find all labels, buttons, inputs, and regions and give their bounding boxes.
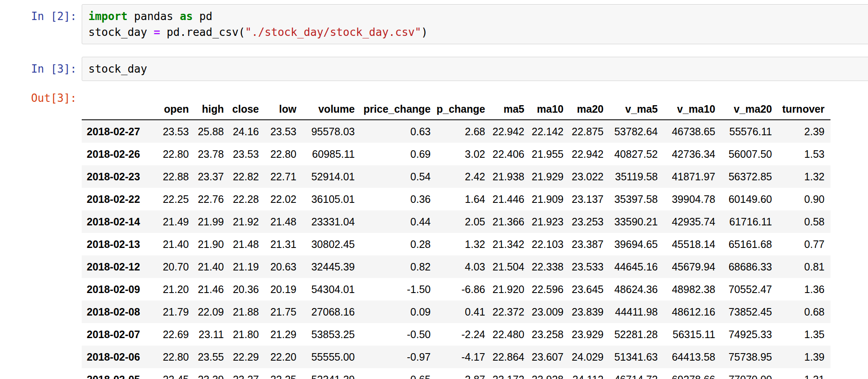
table-cell: 64413.58: [664, 346, 721, 368]
table-row: 2018-02-0821.7922.0921.8821.7527068.160.…: [82, 301, 830, 323]
column-header-ma10: ma10: [530, 99, 569, 120]
table-cell: 21.929: [530, 165, 569, 188]
row-index: 2018-02-14: [82, 210, 159, 233]
table-cell: 35397.58: [610, 188, 664, 210]
table-cell: 56007.50: [721, 143, 778, 165]
table-row: 2018-02-2723.5325.8824.1623.5395578.030.…: [82, 120, 830, 143]
table-cell: 22.372: [491, 301, 530, 323]
table-cell: 65161.68: [721, 233, 778, 255]
table-row: 2018-02-1321.4021.9021.4821.3130802.450.…: [82, 233, 830, 255]
table-cell: 0.90: [778, 188, 830, 210]
table-cell: 22.596: [530, 278, 569, 301]
table-cell: 56315.11: [664, 323, 721, 346]
column-header-turnover: turnover: [778, 99, 830, 120]
row-index: 2018-02-26: [82, 143, 159, 165]
table-cell: 75738.95: [721, 346, 778, 368]
code-input[interactable]: stock_day: [82, 57, 868, 81]
table-cell: 77070.00: [721, 368, 778, 379]
table-cell: 23331.04: [302, 210, 361, 233]
table-cell: 35119.58: [610, 165, 664, 188]
table-cell: 41871.97: [664, 165, 721, 188]
table-cell: 24.112: [569, 368, 610, 379]
table-cell: 20.63: [265, 255, 302, 278]
table-row: 2018-02-2622.8023.7823.5322.8060985.110.…: [82, 143, 830, 165]
table-cell: 23.37: [195, 165, 230, 188]
table-cell: 23.009: [530, 301, 569, 323]
table-cell: 53782.64: [610, 120, 664, 143]
table-cell: 23.39: [195, 368, 230, 379]
column-header-ma20: ma20: [569, 99, 610, 120]
table-cell: 0.41: [437, 301, 491, 323]
table-cell: 21.75: [265, 301, 302, 323]
table-cell: 39904.78: [664, 188, 721, 210]
table-cell: 21.923: [530, 210, 569, 233]
table-cell: 70552.47: [721, 278, 778, 301]
table-cell: 23.253: [569, 210, 610, 233]
column-header-price_change: price_change: [361, 99, 437, 120]
table-cell: 33590.21: [610, 210, 664, 233]
table-cell: 44645.16: [610, 255, 664, 278]
table-cell: 1.32: [437, 233, 491, 255]
row-index: 2018-02-07: [82, 323, 159, 346]
table-cell: 39694.65: [610, 233, 664, 255]
table-cell: 2.39: [778, 120, 830, 143]
table-cell: 1.39: [778, 346, 830, 368]
table-row: 2018-02-0722.6923.1121.8021.2953853.25-0…: [82, 323, 830, 346]
table-cell: 0.44: [361, 210, 437, 233]
table-cell: 0.58: [778, 210, 830, 233]
table-cell: -0.97: [361, 346, 437, 368]
table-cell: 25.88: [195, 120, 230, 143]
table-cell: 21.80: [230, 323, 265, 346]
table-cell: 23.11: [195, 323, 230, 346]
table-cell: 21.99: [195, 210, 230, 233]
table-cell: 20.19: [265, 278, 302, 301]
table-cell: 21.955: [530, 143, 569, 165]
table-cell: -2.24: [437, 323, 491, 346]
table-cell: 22.20: [265, 346, 302, 368]
table-cell: 21.49: [159, 210, 195, 233]
column-header-open: open: [159, 99, 195, 120]
table-cell: 23.387: [569, 233, 610, 255]
index-header: [82, 99, 159, 120]
table-cell: -6.86: [437, 278, 491, 301]
table-cell: 54304.01: [302, 278, 361, 301]
table-cell: 0.77: [778, 233, 830, 255]
table-cell: 23.53: [265, 120, 302, 143]
table-cell: 23.258: [530, 323, 569, 346]
table-cell: 22.103: [530, 233, 569, 255]
table-cell: 4.03: [437, 255, 491, 278]
table-cell: 22.29: [230, 346, 265, 368]
table-cell: 3.02: [437, 143, 491, 165]
table-cell: 22.25: [159, 188, 195, 210]
column-header-v_ma10: v_ma10: [664, 99, 721, 120]
output-prompt: Out[3]:: [0, 88, 82, 106]
table-cell: 73852.45: [721, 301, 778, 323]
row-index: 2018-02-05: [82, 368, 159, 379]
table-cell: 45518.14: [664, 233, 721, 255]
table-cell: 21.19: [230, 255, 265, 278]
table-cell: 45679.94: [664, 255, 721, 278]
table-cell: 48612.16: [664, 301, 721, 323]
notebook: In [2]: import pandas as pdstock_day = p…: [0, 0, 868, 379]
table-cell: 21.20: [159, 278, 195, 301]
table-cell: 0.65: [361, 368, 437, 379]
table-cell: 61716.11: [721, 210, 778, 233]
table-cell: 20.70: [159, 255, 195, 278]
table-cell: 52914.01: [302, 165, 361, 188]
table-cell: 23.55: [195, 346, 230, 368]
table-cell: 23.27: [230, 368, 265, 379]
output-cell: Out[3]: openhighcloselowvolumeprice_chan…: [0, 88, 868, 379]
input-prompt: In [3]:: [0, 57, 82, 77]
code-input[interactable]: import pandas as pdstock_day = pd.read_c…: [82, 4, 868, 44]
table-cell: 2.68: [437, 120, 491, 143]
table-cell: 21.48: [230, 233, 265, 255]
table-cell: 21.46: [195, 278, 230, 301]
table-cell: 21.909: [530, 188, 569, 210]
table-row: 2018-02-1220.7021.4021.1920.6332445.390.…: [82, 255, 830, 278]
table-row: 2018-02-2322.8823.3722.8222.7152914.010.…: [82, 165, 830, 188]
table-cell: 0.63: [361, 120, 437, 143]
table-cell: 32445.39: [302, 255, 361, 278]
table-cell: 23.53: [159, 120, 195, 143]
table-cell: 44411.98: [610, 301, 664, 323]
table-cell: 22.25: [265, 368, 302, 379]
